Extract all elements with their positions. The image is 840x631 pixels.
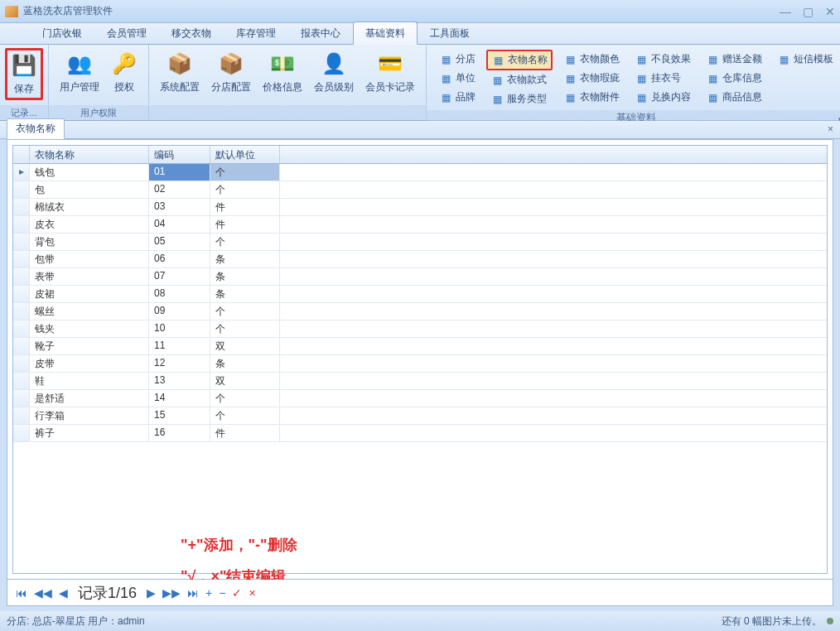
cell-code[interactable]: 13	[149, 373, 210, 389]
cell-code[interactable]: 14	[149, 390, 210, 407]
col-header-unit[interactable]: 默认单位	[210, 146, 280, 163]
cell-unit[interactable]: 个	[210, 320, 280, 337]
cell-code[interactable]: 03	[149, 199, 210, 215]
memberlevel-button[interactable]: 👤会员级别	[308, 48, 360, 97]
cell-unit[interactable]: 条	[210, 251, 280, 267]
cell-code[interactable]: 09	[149, 303, 210, 320]
cell-code[interactable]: 04	[149, 216, 210, 233]
cell-name[interactable]: 棉绒衣	[30, 199, 149, 215]
cell-unit[interactable]: 个	[210, 407, 280, 424]
menu-tab-2[interactable]: 移交衣物	[159, 22, 224, 44]
cell-name[interactable]: 皮裙	[30, 286, 149, 302]
table-row[interactable]: 皮裙08条	[13, 286, 827, 303]
cell-code[interactable]: 07	[149, 268, 210, 285]
cell-unit[interactable]: 件	[210, 216, 280, 233]
table-row[interactable]: 皮带12条	[13, 355, 827, 373]
col-header-name[interactable]: 衣物名称	[30, 146, 149, 163]
close-window-button[interactable]: ✕	[825, 5, 835, 18]
basedata-item-col3-2[interactable]: ▦衣物附件	[559, 88, 624, 107]
subtab-close-icon[interactable]: ×	[828, 123, 833, 135]
cell-name[interactable]: 是舒适	[30, 390, 149, 407]
basedata-item-col5-1[interactable]: ▦仓库信息	[702, 69, 766, 88]
basedata-item-col3-0[interactable]: ▦衣物颜色	[559, 50, 624, 69]
basedata-item-col2-2[interactable]: ▦服务类型	[486, 89, 553, 108]
cell-code[interactable]: 08	[149, 286, 210, 302]
cell-name[interactable]: 钱夹	[30, 320, 149, 337]
cell-name[interactable]: 皮带	[30, 355, 149, 372]
cell-name[interactable]: 钱包	[30, 164, 149, 181]
cell-name[interactable]: 包	[30, 181, 149, 198]
table-row[interactable]: 棉绒衣03件	[13, 199, 827, 216]
basedata-item-col2-0[interactable]: ▦衣物名称	[486, 50, 553, 70]
table-row[interactable]: 包带06条	[13, 251, 827, 268]
cell-code[interactable]: 10	[149, 320, 210, 337]
save-button[interactable]: 💾 保存	[5, 48, 43, 100]
cell-unit[interactable]: 双	[210, 373, 280, 389]
cell-code[interactable]: 06	[149, 251, 210, 267]
col-header-code[interactable]: 编码	[149, 146, 210, 163]
menu-tab-3[interactable]: 库存管理	[224, 22, 288, 44]
basedata-item-col4-1[interactable]: ▦挂衣号	[630, 69, 695, 88]
nav-add-button[interactable]: +	[202, 586, 215, 600]
cell-name[interactable]: 行李箱	[30, 407, 149, 424]
cell-unit[interactable]: 条	[210, 286, 280, 302]
table-row[interactable]: 靴子11双	[13, 338, 827, 355]
sysconfig-button[interactable]: 📦系统配置	[154, 48, 205, 97]
table-row[interactable]: 行李箱15个	[13, 407, 827, 425]
table-row[interactable]: 螺丝09个	[13, 303, 827, 320]
menu-tab-6[interactable]: 工具面板	[418, 22, 482, 44]
nav-cancel-button[interactable]: ×	[245, 586, 258, 600]
cell-unit[interactable]: 个	[210, 234, 280, 250]
nav-last-button[interactable]: ⏭	[184, 586, 202, 600]
nav-prev-button[interactable]: ◀	[56, 586, 71, 600]
nav-delete-button[interactable]: −	[215, 586, 229, 600]
branchconfig-button[interactable]: 📦分店配置	[205, 48, 257, 97]
basedata-item-col4-0[interactable]: ▦不良效果	[630, 50, 695, 69]
cell-code[interactable]: 12	[149, 355, 210, 372]
nav-first-button[interactable]: ⏮	[12, 586, 31, 600]
basedata-item-col1-2[interactable]: ▦品牌	[435, 88, 480, 107]
table-row[interactable]: 钱夹10个	[13, 320, 827, 338]
cell-code[interactable]: 01	[149, 164, 210, 181]
cell-unit[interactable]: 件	[210, 425, 280, 441]
cell-code[interactable]: 02	[149, 181, 210, 198]
cell-unit[interactable]: 个	[210, 303, 280, 320]
cell-unit[interactable]: 条	[210, 268, 280, 285]
cardrecord-button[interactable]: 💳会员卡记录	[360, 48, 421, 97]
cell-unit[interactable]: 条	[210, 355, 280, 372]
maximize-button[interactable]: ▢	[803, 5, 813, 18]
cell-name[interactable]: 螺丝	[30, 303, 149, 320]
table-row[interactable]: 背包05个	[13, 234, 827, 251]
cell-code[interactable]: 16	[149, 425, 210, 441]
table-row[interactable]: 鞋13双	[13, 373, 827, 390]
cell-name[interactable]: 靴子	[30, 338, 149, 354]
table-row[interactable]: 包02个	[13, 181, 827, 199]
nav-next-button[interactable]: ▶	[143, 586, 159, 600]
basedata-item-col5-0[interactable]: ▦赠送金额	[702, 50, 766, 69]
menu-tab-4[interactable]: 报表中心	[288, 22, 353, 44]
nav-nextpage-button[interactable]: ▶▶	[159, 586, 184, 600]
cell-unit[interactable]: 双	[210, 338, 280, 354]
table-row[interactable]: 裤子16件	[13, 425, 827, 442]
cell-name[interactable]: 裤子	[30, 425, 149, 441]
basedata-item-col5-2[interactable]: ▦商品信息	[702, 88, 766, 107]
nav-prevpage-button[interactable]: ◀◀	[31, 586, 56, 600]
basedata-item-col3-1[interactable]: ▦衣物瑕疵	[559, 69, 624, 88]
cell-code[interactable]: 05	[149, 234, 210, 250]
table-row[interactable]: 表带07条	[13, 268, 827, 286]
minimize-button[interactable]: —	[780, 5, 791, 18]
cell-name[interactable]: 背包	[30, 234, 149, 250]
authorize-button[interactable]: 🔑 授权	[105, 48, 143, 97]
table-row[interactable]: 皮衣04件	[13, 216, 827, 234]
cell-name[interactable]: 鞋	[30, 373, 149, 389]
cell-name[interactable]: 表带	[30, 268, 149, 285]
subtab-clothname[interactable]: 衣物名称	[7, 118, 65, 139]
cell-unit[interactable]: 件	[210, 199, 280, 215]
table-row[interactable]: 钱包01个	[13, 164, 827, 181]
cell-code[interactable]: 15	[149, 407, 210, 424]
cell-unit[interactable]: 个	[210, 390, 280, 407]
basedata-item-col1-1[interactable]: ▦单位	[435, 69, 480, 88]
cell-unit[interactable]: 个	[210, 164, 280, 181]
basedata-item-col1-0[interactable]: ▦分店	[435, 50, 480, 69]
nav-confirm-button[interactable]: ✓	[229, 586, 245, 600]
